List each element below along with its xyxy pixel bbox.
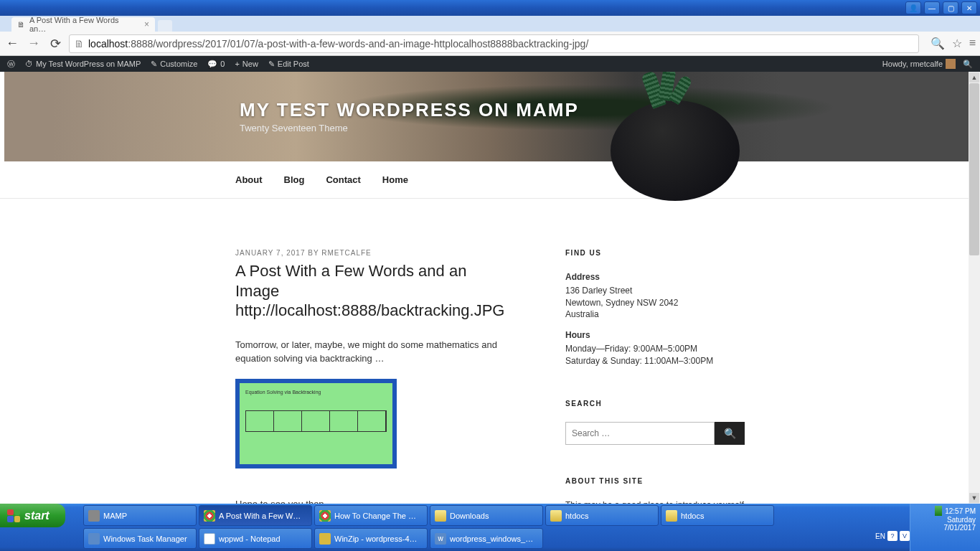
taskbtn-chrome-howto[interactable]: How To Change The … [314, 505, 428, 526]
site-title[interactable]: MY TEST WORDPRESS ON MAMP [240, 99, 579, 121]
nav-contact[interactable]: Contact [326, 174, 360, 185]
search-input[interactable] [565, 422, 715, 445]
system-tray[interactable]: 12:57 PM Saturday 7/01/2017 [910, 504, 980, 551]
browser-tabstrip: 🗎 A Post With a Few Words an… × [0, 16, 980, 32]
scroll-down-icon[interactable]: ▼ [969, 493, 979, 503]
wp-customize[interactable]: ✎Customize [151, 60, 197, 69]
post-title: A Post With a Few Words and an Image htt… [235, 261, 508, 321]
search-icon[interactable]: 🔍 [963, 60, 973, 69]
taskbar: start MAMP A Post With a Few W… How To C… [0, 504, 980, 551]
taskbtn-winzip[interactable]: WinZip - wordpress-4… [314, 528, 428, 549]
taskbar-buttons: MAMP A Post With a Few W… How To Change … [83, 505, 774, 549]
taskmgr-icon [88, 533, 100, 545]
taskbtn-wpwin[interactable]: wwordpress_windows_… [430, 528, 543, 549]
chrome-icon [204, 510, 215, 522]
wp-admin-bar: ⓦ ⏱My Test WordPress on MAMP ✎Customize … [0, 56, 980, 72]
post-author[interactable]: RMETCALFE [321, 249, 372, 257]
scrollbar[interactable]: ▲ ▼ [969, 72, 980, 504]
menu-icon[interactable]: ≡ [969, 37, 976, 50]
zoom-icon[interactable]: 🔍 [930, 37, 945, 50]
site-nav: About Blog Contact Home [0, 161, 980, 199]
tray-lang[interactable]: EN [875, 532, 885, 540]
address-bar[interactable]: 🗎 localhost:8888/wordpress/2017/01/07/a-… [69, 34, 919, 53]
winzip-icon [319, 533, 331, 545]
bookmark-icon[interactable]: ☆ [952, 37, 962, 50]
post-meta: JANUARY 7, 2017 BY RMETCALFE [235, 249, 508, 257]
avatar [946, 59, 956, 69]
taskbtn-chrome-post[interactable]: A Post With a Few W… [199, 505, 312, 526]
scroll-up-icon[interactable]: ▲ [969, 72, 979, 83]
wp-edit-post[interactable]: ✎Edit Post [268, 60, 309, 69]
widget-search: SEARCH 🔍 [565, 400, 745, 445]
search-icon: 🔍 [724, 428, 736, 439]
widget-heading: SEARCH [565, 400, 745, 408]
close-tab-icon[interactable]: × [144, 19, 149, 29]
tray-icon[interactable]: ? [887, 531, 897, 541]
maximize-button[interactable]: ▢ [943, 1, 958, 14]
start-button[interactable]: start [0, 504, 65, 527]
nav-home[interactable]: Home [382, 174, 408, 185]
widget-heading: ABOUT THIS SITE [565, 477, 745, 485]
taskbtn-htdocs[interactable]: htdocs [545, 505, 659, 526]
post-image[interactable]: Equation Solving via Backtracking [235, 379, 397, 468]
search-button[interactable]: 🔍 [715, 422, 745, 445]
close-button[interactable]: ✕ [961, 1, 977, 14]
notepad-icon [204, 533, 215, 545]
new-tab-button[interactable] [158, 20, 172, 32]
nav-about[interactable]: About [235, 174, 263, 185]
url-path: :8888/wordpress/2017/01/07/a-post-with-a… [128, 38, 588, 50]
wp-howdy[interactable]: Howdy, rmetcalfe [882, 59, 956, 69]
tray-icon[interactable]: V [900, 531, 910, 541]
site-header: MY TEST WORDPRESS ON MAMP Twenty Sevente… [4, 72, 976, 161]
scroll-thumb[interactable] [969, 83, 979, 255]
widget-about: ABOUT THIS SITE This may be a good place… [565, 477, 745, 504]
clock-time: 12:57 PM [945, 507, 976, 515]
page-icon: 🗎 [17, 20, 25, 29]
battery-icon [935, 506, 942, 516]
browser-tab[interactable]: 🗎 A Post With a Few Words an… × [11, 17, 155, 32]
windows-logo-icon [7, 509, 20, 522]
post-paragraph: Hope to see you then. [235, 497, 508, 504]
tab-title: A Post With a Few Words an… [29, 16, 137, 33]
page-viewport: MY TEST WORDPRESS ON MAMP Twenty Sevente… [0, 72, 980, 504]
forward-button[interactable]: → [26, 36, 42, 51]
post-paragraph: Tomorrow, or later, maybe, we might do s… [235, 338, 508, 366]
wp-comments[interactable]: 💬0 [207, 60, 225, 69]
site-tagline: Twenty Seventeen Theme [240, 123, 579, 133]
user-switch-button[interactable]: 👤 [905, 1, 921, 14]
taskbtn-taskmgr[interactable]: Windows Task Manager [83, 528, 197, 549]
post: JANUARY 7, 2017 BY RMETCALFE A Post With… [235, 249, 508, 504]
browser-toolbar: ← → ⟳ 🗎 localhost:8888/wordpress/2017/01… [0, 32, 980, 56]
app-icon: w [435, 533, 446, 545]
back-button[interactable]: ← [4, 36, 20, 51]
folder-icon [666, 510, 677, 522]
widget-heading: FIND US [565, 249, 745, 257]
widget-find-us: FIND US Address 136 Darley Street Newtow… [565, 249, 745, 367]
wp-site-link[interactable]: ⏱My Test WordPress on MAMP [25, 60, 141, 68]
taskbtn-htdocs-2[interactable]: htdocs [661, 505, 774, 526]
nav-blog[interactable]: Blog [284, 174, 305, 185]
wp-new[interactable]: +New [235, 60, 258, 68]
taskbtn-notepad[interactable]: wppwd - Notepad [199, 528, 312, 549]
mamp-icon [88, 510, 100, 522]
window-titlebar: 👤 — ▢ ✕ [0, 0, 980, 16]
folder-icon [550, 510, 562, 522]
minimize-button[interactable]: — [924, 1, 940, 14]
reload-button[interactable]: ⟳ [47, 36, 63, 52]
post-date[interactable]: JANUARY 7, 2017 [235, 249, 305, 257]
folder-icon [435, 510, 446, 522]
taskbtn-mamp[interactable]: MAMP [83, 505, 197, 526]
tray-icons[interactable]: EN ? V [875, 531, 910, 541]
sidebar: FIND US Address 136 Darley Street Newtow… [565, 249, 745, 504]
url-host: localhost [88, 38, 128, 50]
page-icon: 🗎 [74, 38, 84, 50]
taskbtn-downloads[interactable]: Downloads [430, 505, 543, 526]
clock-day: Saturday [915, 516, 976, 524]
clock-date: 7/01/2017 [915, 524, 976, 532]
chrome-icon [319, 510, 331, 522]
wp-logo[interactable]: ⓦ [7, 59, 15, 70]
